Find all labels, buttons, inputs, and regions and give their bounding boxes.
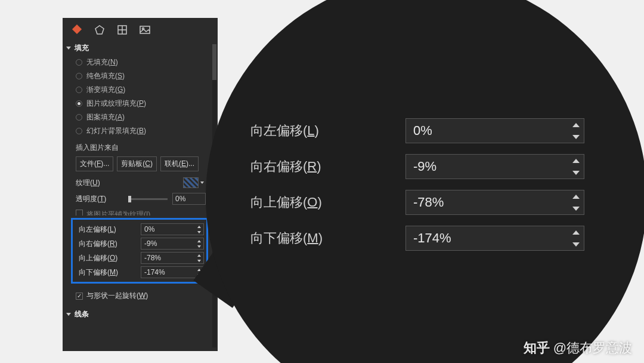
fill-tab-icon[interactable] — [71, 24, 83, 36]
spinner-up-icon[interactable] — [568, 155, 584, 167]
insert-from-buttons: 文件(F)... 剪贴板(C) 联机(E)... — [63, 155, 212, 175]
tile-checkbox-row[interactable]: 将图片平铺为纹理(I) — [63, 207, 212, 216]
transparency-row: 透明度(T) 0% — [63, 190, 212, 207]
rotate-label: 与形状一起旋转(W) — [86, 291, 148, 301]
zoom-offset-left-value[interactable]: 0% — [406, 123, 568, 139]
radio-label: 纯色填充(S) — [86, 71, 125, 81]
section-line-label: 线条 — [75, 309, 89, 319]
slider-thumb[interactable] — [128, 196, 131, 202]
spinner-down-icon[interactable] — [195, 229, 203, 235]
radio-label: 图片或纹理填充(P) — [86, 99, 146, 109]
size-tab-icon[interactable] — [116, 24, 128, 36]
svg-marker-0 — [95, 26, 104, 34]
offset-up-label: 向上偏移(O) — [75, 253, 141, 263]
zoom-offset-down-row: 向下偏移(M) -174% — [250, 226, 584, 251]
spinner-down-icon[interactable] — [568, 167, 584, 179]
offset-right-row: 向右偏移(R) -9% — [75, 236, 204, 251]
radio-icon — [76, 114, 82, 121]
zoom-offset-down-label: 向下偏移(M) — [250, 229, 405, 247]
checkbox-icon — [76, 293, 83, 300]
collapse-icon — [66, 313, 71, 316]
zoom-offset-down-value[interactable]: -174% — [406, 230, 568, 246]
offset-right-label: 向右偏移(R) — [75, 239, 141, 249]
zoom-offset-right-value[interactable]: -9% — [406, 159, 568, 174]
offset-right-spinner[interactable]: -9% — [141, 238, 204, 250]
zoom-offset-left-row: 向左偏移(L) 0% — [250, 118, 584, 143]
radio-icon — [76, 73, 82, 79]
watermark-author: @德布罗意波 — [553, 339, 632, 357]
zoom-offset-right-spinner[interactable]: -9% — [405, 154, 584, 179]
section-line-header[interactable]: 线条 — [63, 307, 212, 322]
spinner-up-icon[interactable] — [568, 119, 584, 131]
rotate-checkbox-row[interactable]: 与形状一起旋转(W) — [63, 288, 212, 303]
radio-icon — [76, 59, 82, 66]
spinner-up-icon[interactable] — [195, 224, 203, 229]
section-fill-label: 填充 — [75, 43, 89, 53]
offset-left-row: 向左偏移(L) 0% — [75, 222, 204, 236]
offset-left-spinner[interactable]: 0% — [141, 223, 204, 235]
checkbox-icon — [76, 210, 83, 216]
radio-picture-fill[interactable]: 图片或纹理填充(P) — [63, 97, 212, 110]
tile-label: 将图片平铺为纹理(I) — [86, 210, 150, 216]
watermark: 知乎 @德布罗意波 — [524, 339, 632, 357]
transparency-slider[interactable] — [128, 198, 168, 200]
effects-tab-icon[interactable] — [94, 24, 106, 36]
radio-label: 幻灯片背景填充(B) — [86, 126, 146, 136]
offset-down-value[interactable]: -174% — [141, 268, 195, 276]
radio-slide-bg-fill[interactable]: 幻灯片背景填充(B) — [63, 124, 212, 138]
zoom-offset-right-row: 向右偏移(R) -9% — [250, 154, 584, 179]
offset-up-value[interactable]: -78% — [141, 254, 195, 262]
zoom-offset-left-spinner[interactable]: 0% — [405, 118, 584, 143]
spinner-down-icon[interactable] — [195, 244, 203, 249]
offset-right-value[interactable]: -9% — [141, 239, 195, 248]
zoom-offset-right-label: 向右偏移(R) — [250, 158, 405, 176]
spinner-up-icon[interactable] — [195, 238, 203, 244]
offset-left-value[interactable]: 0% — [141, 225, 195, 233]
spinner-up-icon[interactable] — [195, 253, 203, 258]
section-fill-header[interactable]: 填充 — [63, 41, 212, 56]
format-shape-panel: 填充 无填充(N) 纯色填充(S) 渐变填充(G) 图片或纹理填充(P) 图案填… — [63, 18, 218, 351]
panel-tabs — [63, 18, 218, 41]
watermark-site: 知乎 — [524, 339, 550, 357]
spinner-up-icon[interactable] — [568, 226, 584, 238]
zoom-offset-down-spinner[interactable]: -174% — [405, 226, 584, 251]
picture-tab-icon[interactable] — [139, 24, 151, 36]
clipboard-button[interactable]: 剪贴板(C) — [117, 156, 157, 171]
spinner-up-icon[interactable] — [568, 190, 584, 202]
collapse-icon — [66, 47, 71, 50]
radio-label: 无填充(N) — [86, 57, 118, 67]
zoom-offset-up-value[interactable]: -78% — [406, 195, 568, 210]
transparency-value[interactable]: 0% — [172, 193, 206, 205]
radio-gradient-fill[interactable]: 渐变填充(G) — [63, 83, 212, 97]
offset-up-spinner[interactable]: -78% — [141, 252, 204, 264]
spinner-down-icon[interactable] — [568, 131, 584, 143]
texture-label: 纹理(U) — [76, 178, 123, 188]
spinner-down-icon[interactable] — [568, 238, 584, 250]
offset-down-spinner[interactable]: -174% — [141, 266, 204, 278]
zoom-offset-up-spinner[interactable]: -78% — [405, 190, 584, 215]
spinner-down-icon[interactable] — [195, 258, 203, 263]
texture-picker[interactable] — [183, 177, 199, 188]
radio-pattern-fill[interactable]: 图案填充(A) — [63, 110, 212, 124]
offset-down-row: 向下偏移(M) -174% — [75, 265, 204, 279]
file-button[interactable]: 文件(F)... — [76, 156, 113, 171]
offset-down-label: 向下偏移(M) — [75, 267, 141, 278]
transparency-label: 透明度(T) — [76, 194, 123, 204]
radio-icon — [76, 100, 82, 107]
zoom-offset-left-label: 向左偏移(L) — [250, 122, 405, 140]
texture-row: 纹理(U) — [63, 175, 212, 190]
offset-left-label: 向左偏移(L) — [75, 224, 141, 235]
radio-solid-fill[interactable]: 纯色填充(S) — [63, 69, 212, 83]
offset-highlight-block: 向左偏移(L) 0% 向右偏移(R) -9% 向上偏移(O) -78% — [71, 218, 208, 284]
radio-label: 渐变填充(G) — [86, 85, 125, 95]
spinner-down-icon[interactable] — [568, 202, 584, 214]
offset-up-row: 向上偏移(O) -78% — [75, 251, 204, 265]
zoom-offset-up-row: 向上偏移(O) -78% — [250, 190, 584, 215]
radio-icon — [76, 128, 82, 134]
radio-no-fill[interactable]: 无填充(N) — [63, 56, 212, 69]
zoom-detail: 向左偏移(L) 0% 向右偏移(R) -9% 向上偏移(O) -78% 向下偏移… — [250, 107, 584, 262]
online-button[interactable]: 联机(E)... — [160, 156, 199, 171]
panel-scroll: 填充 无填充(N) 纯色填充(S) 渐变填充(G) 图片或纹理填充(P) 图案填… — [63, 41, 218, 351]
insert-from-label: 插入图片来自 — [63, 138, 212, 155]
scrollbar-thumb[interactable] — [212, 44, 216, 80]
